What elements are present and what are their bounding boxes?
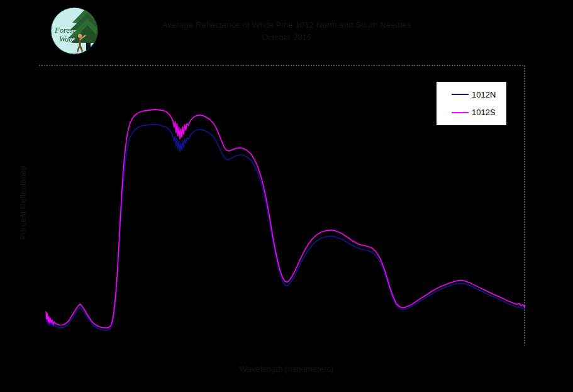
legend-item-1012S: 1012S [437, 108, 506, 116]
legend-line-swatch-1012S [452, 112, 469, 113]
x-axis-title: Wavelength (nanometers) [0, 364, 573, 374]
legend-item-1012N: 1012N [437, 91, 506, 99]
legend-line-swatch-1012N [452, 94, 469, 95]
series-lines [46, 109, 525, 330]
plot-area [0, 0, 573, 392]
spectral-reflectance-chart: Forest Watch Average Reflectance of Whit… [0, 0, 573, 392]
y-axis-title: Percent Reflectance [18, 165, 28, 239]
series-line-1012S [46, 109, 525, 328]
legend: 1012N 1012S [437, 82, 506, 125]
legend-label-1012S: 1012S [472, 108, 496, 116]
series-line-1012N [46, 125, 525, 330]
legend-label-1012N: 1012N [472, 91, 496, 99]
